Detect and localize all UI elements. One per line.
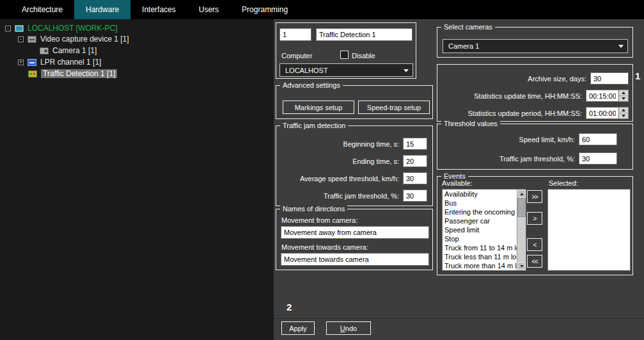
expand-expander-icon[interactable] [18, 60, 24, 65]
advanced-settings-legend: Advanced settings [280, 81, 343, 90]
available-events-list[interactable]: Availability Bus Entering the oncoming l… [442, 189, 526, 271]
disable-checkbox[interactable] [340, 51, 349, 59]
move-left-label: < [533, 241, 537, 248]
ending-time-label: Ending time, s: [352, 158, 399, 165]
tree-item-video-capture-device[interactable]: Video capture device 1 [1] [18, 33, 129, 45]
object-name-input[interactable] [316, 28, 412, 41]
list-item[interactable]: Truck less than 11 m long [443, 252, 517, 261]
capture-device-icon [27, 36, 36, 43]
undo-button-label: U [340, 325, 345, 332]
tab-hardware[interactable]: Hardware [74, 0, 130, 19]
camera-select-value: Camera 1 [448, 42, 479, 50]
statistics-update-time-label: Statistics update time, HH:MM:SS: [474, 92, 582, 100]
movement-from-camera-label: Movement from camera: [281, 216, 357, 224]
settings-panel: Computer Disable LOCALHOST Advanced sett… [274, 19, 644, 340]
computer-icon [15, 25, 24, 32]
spinner-down-icon[interactable] [619, 96, 628, 101]
apply-button[interactable]: Apply [281, 321, 315, 335]
list-item[interactable]: Bus [443, 198, 517, 207]
tab-users-label: Users [199, 5, 219, 14]
threshold-values-groupbox: Threshold values Speed limit, km/h: Traf… [437, 124, 633, 170]
move-right-button[interactable]: > [527, 212, 542, 225]
tree-item-traffic-detection-label: Traffic Detection 1 [1] [41, 69, 117, 78]
advanced-settings-groupbox: Advanced settings Markings setup Speed-t… [276, 85, 433, 119]
undo-button[interactable]: Undo [326, 321, 371, 335]
traffic-jam-groupbox: Traffic jam detection Beginning time, s:… [276, 125, 433, 206]
chevron-down-icon [618, 45, 624, 48]
tree-item-camera[interactable]: Camera 1 [1] [40, 45, 97, 56]
archive-size-label: Archive size, days: [528, 75, 586, 83]
move-all-right-button[interactable]: >> [527, 190, 542, 203]
list-item[interactable]: Entering the oncoming lane [443, 207, 517, 216]
computer-select[interactable]: LOCALHOST [279, 63, 413, 77]
move-all-left-label: << [531, 258, 538, 265]
lpr-channel-icon [27, 59, 36, 66]
list-item[interactable]: Availability [443, 190, 517, 198]
collapse-expander-icon[interactable] [5, 26, 11, 31]
select-cameras-groupbox: Select cameras Camera 1 [437, 27, 633, 58]
camera-select[interactable]: Camera 1 [443, 39, 628, 53]
traffic-jam-threshold-label: Traffic jam threshold, %: [324, 192, 399, 200]
scrollbar-thumb[interactable] [517, 198, 526, 217]
footer-divider [274, 318, 644, 319]
scroll-up-icon[interactable] [517, 190, 526, 198]
tree-item-lpr-channel[interactable]: LPR channel 1 [1] [18, 56, 101, 68]
directions-legend: Names of directions [280, 204, 347, 214]
average-speed-threshold-input[interactable] [403, 172, 427, 184]
speed-trap-setup-button[interactable]: Speed-trap setup [358, 101, 430, 114]
scroll-down-icon[interactable] [517, 262, 526, 270]
statistics-update-time-input[interactable] [586, 90, 619, 102]
move-left-button[interactable]: < [527, 238, 542, 251]
list-item[interactable]: Passenger car [443, 216, 517, 225]
tree-item-localhost[interactable]: LOCALHOST [WORK-PC] [5, 22, 117, 34]
move-all-left-button[interactable]: << [527, 255, 542, 268]
tab-programming-label: Programming [242, 5, 288, 14]
movement-towards-camera-input[interactable] [281, 253, 429, 266]
available-events-label: Available: [442, 179, 473, 187]
movement-towards-camera-label: Movement towards camera: [281, 243, 368, 251]
spinner-up-icon[interactable] [619, 90, 628, 96]
markings-setup-button[interactable]: Markings setup [283, 101, 354, 114]
list-item[interactable]: Speed limit [443, 225, 517, 234]
undo-button-label-rest: ndo [345, 325, 357, 332]
beginning-time-input[interactable] [403, 138, 427, 150]
speed-limit-label: Speed limit, km/h: [519, 136, 575, 143]
selected-events-label: Selected: [549, 179, 578, 187]
tree-item-camera-label: Camera 1 [1] [52, 46, 97, 55]
tree-item-video-capture-label: Video capture device 1 [1] [40, 35, 129, 44]
list-item[interactable]: Stop [443, 234, 517, 243]
movement-from-camera-input[interactable] [281, 226, 429, 239]
annotation-marker-1: 1 [635, 70, 640, 81]
camera-icon [40, 47, 49, 54]
vertical-scrollbar[interactable] [517, 190, 526, 270]
list-item[interactable]: Truck from 11 to 14 m long [443, 243, 517, 252]
list-item[interactable]: Truck more than 14 m long [443, 261, 517, 270]
spinner-up-icon[interactable] [619, 108, 628, 113]
tab-architecture-label: Architecture [22, 5, 63, 14]
tab-interfaces[interactable]: Interfaces [130, 0, 187, 19]
object-id-input[interactable] [279, 28, 311, 41]
beginning-time-label: Beginning time, s: [343, 140, 399, 148]
annotation-marker-2: 2 [287, 302, 292, 312]
speed-limit-input[interactable] [579, 133, 617, 145]
select-cameras-legend: Select cameras [441, 22, 495, 32]
collapse-expander-icon[interactable] [18, 36, 24, 42]
spinner-down-icon[interactable] [619, 113, 628, 118]
traffic-jam-threshold-pct-input[interactable] [579, 152, 617, 165]
events-groupbox: Events Available: Availability Bus Enter… [437, 176, 633, 275]
computer-label: Computer [281, 52, 312, 60]
statistics-update-period-input[interactable] [586, 107, 619, 119]
archive-statistics-groupbox: Archive size, days: Statistics update ti… [437, 64, 633, 122]
tab-architecture[interactable]: Architecture [10, 0, 74, 19]
traffic-jam-threshold-input[interactable] [403, 190, 427, 202]
move-right-label: > [533, 215, 537, 222]
statistics-update-period-spinner [619, 107, 629, 119]
archive-size-input[interactable] [590, 72, 629, 85]
ending-time-input[interactable] [403, 155, 427, 167]
selected-events-list[interactable] [547, 189, 631, 271]
tab-programming[interactable]: Programming [230, 0, 299, 19]
identification-groupbox: Computer Disable LOCALHOST [276, 22, 416, 79]
tab-users[interactable]: Users [187, 0, 230, 19]
statistics-update-period-label: Statistics update period, HH:MM:SS: [467, 109, 582, 117]
tree-item-traffic-detection[interactable]: Traffic Detection 1 [1] [28, 68, 117, 79]
